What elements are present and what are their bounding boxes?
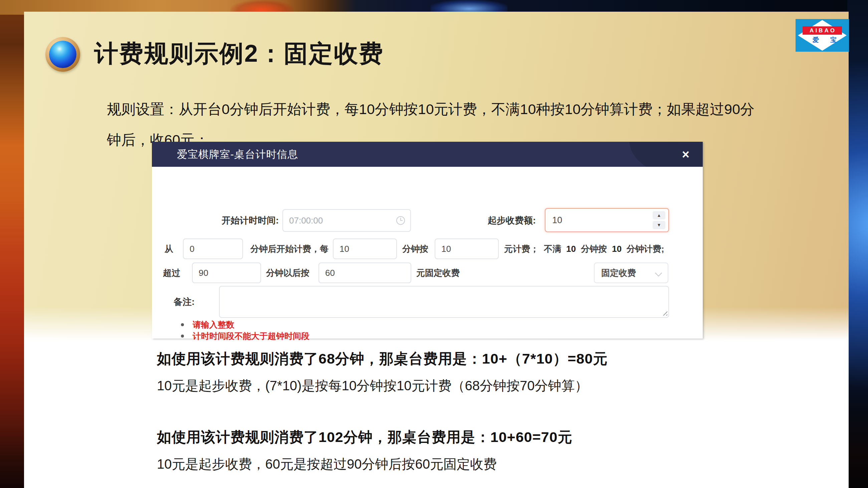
fixed-fee-label: 元固定收费 [416,262,460,283]
aibao-logo: AIBAO 爱宝 [796,19,849,52]
bullet-dot [181,323,184,326]
under-suffix-label: 分钟计费; [627,238,664,259]
base-fee-stepper: ▲ ▼ [653,211,665,229]
example-2-headline: 如使用该计费规则消费了102分钟，那桌台费用是：10+60=70元 [157,428,572,447]
under-mid-label: 分钟按 [581,238,607,259]
spinner-down-icon[interactable]: ▼ [653,221,665,229]
under-minutes-value: 10 [566,238,576,259]
interval-price-input[interactable] [435,238,499,259]
page-title: 计费规则示例2：固定收费 [94,38,384,70]
logo-text-en: AIBAO [803,26,842,35]
rule-description-line1: 规则设置：从开台0分钟后开始计费，每10分钟按10元计费，不满10种按10分钟算… [107,94,754,124]
slide: 计费规则示例2：固定收费 AIBAO 爱宝 规则设置：从开台0分钟后开始计费，每… [24,12,849,488]
close-icon[interactable]: × [680,148,691,161]
under-count-as-value: 10 [612,238,622,259]
start-time-input[interactable] [282,209,411,232]
after-minutes-label: 分钟以后按 [266,262,309,283]
interval-minutes-input[interactable] [333,238,397,259]
logo-text-block: AIBAO 爱宝 [803,26,842,44]
error-text-integer: 请输入整数 [193,319,235,330]
interval-label: 分钟按 [402,238,428,259]
start-time-field [282,209,411,232]
dialog-title: 爱宝棋牌室-桌台计时信息 [177,148,298,161]
under-label: 不满 [544,238,561,259]
spinner-up-icon[interactable]: ▲ [653,211,665,220]
row2-tail-text: 元计费； 不满 10 分钟按 10 分钟计费; [504,238,664,259]
start-time-label: 开始计时时间: [190,209,279,232]
screenshot-stage: 计费规则示例2：固定收费 AIBAO 爱宝 规则设置：从开台0分钟后开始计费，每… [0,0,868,488]
base-fee-label: 起步收费额: [461,209,536,232]
remark-label: 备注: [174,295,195,308]
remark-textarea[interactable] [219,286,669,318]
validation-errors: 请输入整数 计时时间段不能大于超钟时间段 [181,319,309,341]
base-fee-field: ▲ ▼ [545,208,669,232]
error-item: 计时时间段不能大于超钟时间段 [181,330,309,341]
example-1-headline: 如使用该计费规则消费了68分钟，那桌台费用是：10+（7*10）=80元 [157,349,608,368]
base-fee-input[interactable] [546,209,669,231]
logo-text-cn: 爱宝 [803,36,842,44]
error-text-range: 计时时间段不能大于超钟时间段 [193,331,309,341]
example-1: 如使用该计费规则消费了68分钟，那桌台费用是：10+（7*10）=80元 10元… [157,349,608,395]
rule-type-select[interactable]: 固定收费 [594,262,669,283]
chevron-down-icon [655,269,662,276]
fixed-fee-input[interactable] [318,262,411,283]
orb-core [49,41,76,68]
billing-dialog: 爱宝棋牌室-桌台计时信息 × 开始计时时间: 起步收费额: ▲ ▼ [152,142,703,338]
bullet-dot [181,334,184,337]
example-2-detail: 10元是起步收费，60元是按超过90分钟后按60元固定收费 [157,455,572,473]
example-2: 如使用该计费规则消费了102分钟，那桌台费用是：10+60=70元 10元是起步… [157,428,572,473]
over-minutes-input[interactable] [192,262,261,283]
clock-icon [396,216,405,225]
price-suffix-label: 元计费； [504,238,539,259]
dialog-body: 开始计时时间: 起步收费额: ▲ ▼ 从 分钟后开始计费，每 [152,167,703,338]
from-label: 从 [164,238,173,259]
from-minutes-input[interactable] [183,238,243,259]
start-billing-label: 分钟后开始计费，每 [250,238,329,259]
remark-field [219,286,669,318]
dialog-titlebar: 爱宝棋牌室-桌台计时信息 × [152,142,703,167]
rule-type-value: 固定收费 [601,267,636,279]
example-1-detail: 10元是起步收费，(7*10)是按每10分钟按10元计费（68分钟按70分钟算） [157,377,608,395]
orb-icon [45,37,80,72]
over-label: 超过 [163,262,180,283]
background-clock-strip [847,0,868,488]
error-item: 请输入整数 [181,319,309,330]
